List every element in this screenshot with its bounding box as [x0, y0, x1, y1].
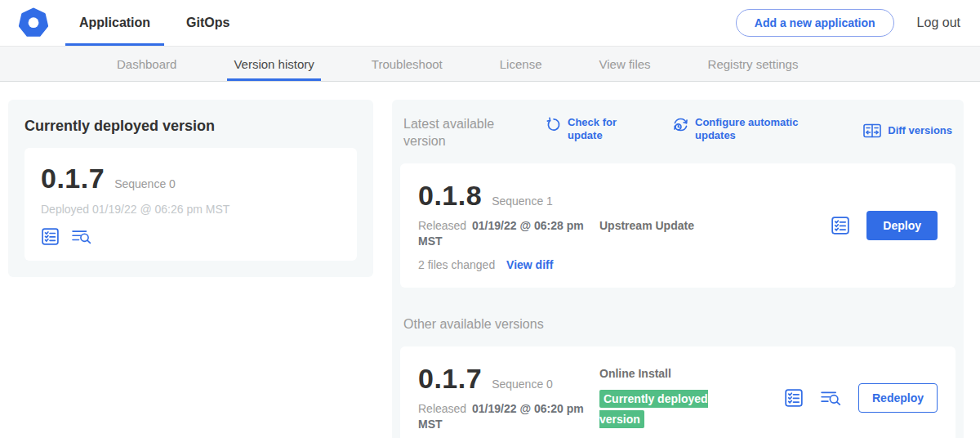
topnav-tabs: Application GitOps	[61, 0, 247, 46]
other-versions-title: Other available versions	[403, 317, 956, 332]
subnav-item-troubleshoot[interactable]: Troubleshoot	[372, 47, 443, 81]
configure-automatic-updates-label: Configure automatic updates	[695, 116, 809, 143]
tab-application[interactable]: Application	[61, 0, 168, 46]
available-versions-header: Latest available version Check for updat…	[400, 110, 956, 150]
refresh-icon	[546, 116, 562, 143]
view-logs-icon[interactable]	[71, 227, 92, 246]
diff-table-icon	[862, 122, 882, 140]
files-changed-label: 2 files changed	[418, 258, 495, 271]
other-released-timestamp: Released 01/19/22 @ 06:20 pm MST	[418, 401, 586, 433]
latest-version-actions: Deploy	[831, 211, 938, 240]
configure-automatic-updates-button[interactable]: Configure automatic updates	[672, 116, 809, 143]
add-application-button[interactable]: Add a new application	[736, 9, 894, 37]
kots-logo-icon	[18, 7, 49, 38]
deploy-button[interactable]: Deploy	[866, 211, 938, 240]
logout-link[interactable]: Log out	[917, 16, 960, 30]
currently-deployed-panel: Currently deployed version 0.1.7 Sequenc…	[8, 100, 373, 277]
secondary-navbar: Dashboard Version history Troubleshoot L…	[0, 47, 980, 82]
deployed-sequence-label: Sequence 0	[114, 177, 176, 190]
latest-version-card: 0.1.8 Sequence 1 Released 01/19/22 @ 06:…	[400, 163, 956, 288]
tab-gitops-label: GitOps	[186, 16, 229, 30]
latest-version-source: Upstream Update	[591, 218, 831, 233]
main-content: Currently deployed version 0.1.7 Sequenc…	[0, 82, 980, 438]
latest-available-title: Latest available version	[403, 116, 526, 150]
tab-application-label: Application	[79, 16, 150, 30]
latest-released-timestamp: Released 01/19/22 @ 06:28 pm MST	[418, 218, 586, 250]
topnav-right: Add a new application Log out	[736, 9, 960, 37]
schedule-sync-icon	[672, 116, 689, 143]
deployed-version-number: 0.1.7	[41, 163, 105, 194]
subnav-item-view-files[interactable]: View files	[599, 47, 650, 81]
other-version-info: 0.1.7 Sequence 0 Released 01/19/22 @ 06:…	[418, 363, 591, 433]
release-notes-icon[interactable]	[41, 227, 60, 246]
other-version-card: 0.1.7 Sequence 0 Released 01/19/22 @ 06:…	[400, 346, 956, 438]
available-versions-panel: Latest available version Check for updat…	[392, 100, 964, 438]
version-row: 0.1.7 Sequence 0	[41, 163, 341, 194]
currently-deployed-title: Currently deployed version	[24, 118, 357, 135]
version-row: 0.1.8 Sequence 1	[418, 180, 591, 212]
deployed-card-actions	[41, 227, 341, 246]
latest-version-number: 0.1.8	[418, 180, 482, 212]
redeploy-button[interactable]: Redeploy	[858, 383, 938, 413]
subnav-item-registry-settings[interactable]: Registry settings	[708, 47, 799, 81]
deployed-timestamp: Deployed 01/19/22 @ 06:26 pm MST	[41, 203, 341, 216]
other-version-actions: Redeploy	[784, 383, 938, 413]
other-version-number: 0.1.7	[418, 363, 482, 395]
check-for-update-label: Check for update	[568, 116, 626, 143]
release-notes-icon[interactable]	[831, 216, 850, 235]
currently-deployed-card: 0.1.7 Sequence 0 Deployed 01/19/22 @ 06:…	[24, 148, 357, 261]
diff-versions-button[interactable]: Diff versions	[862, 122, 952, 140]
view-logs-icon[interactable]	[820, 388, 842, 408]
source-label: Online Install	[599, 367, 671, 380]
subnav-item-dashboard[interactable]: Dashboard	[117, 47, 176, 81]
latest-version-info: 0.1.8 Sequence 1 Released 01/19/22 @ 06:…	[418, 180, 591, 271]
currently-deployed-badge: Currently deployed version	[599, 390, 708, 428]
tab-gitops[interactable]: GitOps	[168, 0, 247, 46]
release-notes-icon[interactable]	[784, 388, 804, 408]
check-for-update-button[interactable]: Check for update	[546, 116, 626, 143]
view-diff-link[interactable]: View diff	[506, 258, 553, 271]
files-changed-row: 2 files changed View diff	[418, 258, 591, 271]
version-row: 0.1.7 Sequence 0	[418, 363, 591, 395]
latest-sequence-label: Sequence 1	[492, 194, 553, 208]
top-navbar: Application GitOps Add a new application…	[0, 0, 980, 47]
source-label: Upstream Update	[599, 219, 694, 232]
other-version-source: Online Install Currently deployed versio…	[591, 366, 784, 430]
subnav-item-license[interactable]: License	[500, 47, 542, 81]
other-sequence-label: Sequence 0	[492, 378, 553, 391]
badge-container: Currently deployed version	[599, 389, 724, 430]
diff-versions-label: Diff versions	[888, 124, 952, 137]
subnav-item-version-history[interactable]: Version history	[234, 47, 314, 81]
